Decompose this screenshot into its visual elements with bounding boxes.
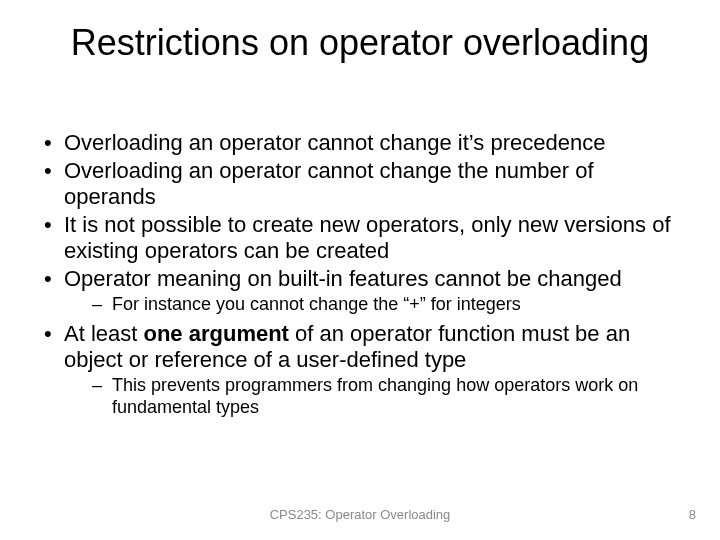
- bullet-item: Operator meaning on built-in features ca…: [40, 266, 680, 316]
- bullet-item: It is not possible to create new operato…: [40, 212, 680, 264]
- sub-bullet-list: This prevents programmers from changing …: [64, 375, 680, 418]
- bullet-list: Overloading an operator cannot change it…: [40, 130, 680, 418]
- sub-bullet-item: This prevents programmers from changing …: [92, 375, 680, 418]
- sub-bullet-item: For instance you cannot change the “+” f…: [92, 294, 680, 316]
- slide-title: Restrictions on operator overloading: [0, 22, 720, 64]
- bullet-item: Overloading an operator cannot change it…: [40, 130, 680, 156]
- slide: Restrictions on operator overloading Ove…: [0, 0, 720, 540]
- footer-center: CPS235: Operator Overloading: [0, 507, 720, 522]
- bullet-item: At least one argument of an operator fun…: [40, 321, 680, 418]
- bullet-text-bold: one argument: [143, 321, 288, 346]
- slide-body: Overloading an operator cannot change it…: [40, 130, 680, 424]
- bullet-text-pre: At least: [64, 321, 143, 346]
- page-number: 8: [689, 507, 696, 522]
- bullet-item: Overloading an operator cannot change th…: [40, 158, 680, 210]
- bullet-text: Operator meaning on built-in features ca…: [64, 266, 622, 291]
- sub-bullet-list: For instance you cannot change the “+” f…: [64, 294, 680, 316]
